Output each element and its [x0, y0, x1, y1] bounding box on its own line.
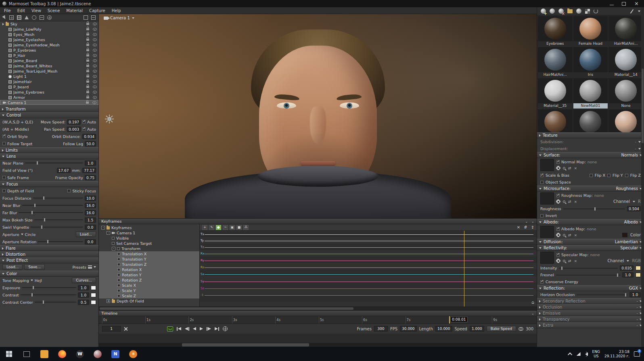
subdivision-value[interactable]: -	[635, 140, 636, 144]
viewport-3d[interactable]: Camera 1	[99, 14, 537, 218]
albedo-color-swatch[interactable]	[622, 233, 627, 237]
section-texture[interactable]: Texture	[537, 132, 644, 138]
filter-keys-icon[interactable]: ⁂	[243, 225, 249, 230]
mode-value[interactable]: -	[636, 305, 638, 309]
visibility-icon[interactable]	[93, 59, 97, 62]
material-item[interactable]: Iris	[573, 47, 608, 77]
horizon-occlusion-slider[interactable]	[577, 294, 627, 295]
visibility-icon[interactable]	[93, 28, 97, 31]
safe-frame-checkbox[interactable]	[2, 176, 6, 179]
right-panel-scrollbar[interactable]	[641, 7, 644, 347]
expand-panel-icon[interactable]: ⌄	[531, 219, 534, 223]
frame-opacity-value[interactable]: 0.75	[85, 175, 96, 180]
outliner-item[interactable]: P_Hair	[0, 53, 98, 58]
far-blur-slider[interactable]	[19, 212, 83, 213]
play-button[interactable]	[200, 326, 203, 332]
current-frame-field[interactable]: 1	[102, 326, 121, 332]
visibility-icon[interactable]	[92, 101, 96, 104]
outliner-item[interactable]: Eyes_Mesh	[0, 32, 98, 37]
timeline-scrollbar[interactable]	[99, 343, 537, 347]
expander-icon[interactable]	[2, 23, 4, 25]
post-load-button[interactable]: Load...	[2, 264, 23, 270]
lock-icon[interactable]	[86, 70, 89, 72]
skip-to-start-button[interactable]	[177, 326, 181, 332]
near-blur-value[interactable]: 16.0	[85, 203, 96, 208]
exposure-value[interactable]: 1.0	[78, 285, 89, 290]
keyframe-checkbox[interactable]	[117, 247, 120, 250]
displacement-value[interactable]: -	[635, 146, 636, 151]
language-indicator[interactable]: ENGUS	[592, 350, 600, 359]
tree-item-selected[interactable]: Scale Z	[99, 293, 199, 298]
material-item[interactable]: HairMatAni...	[608, 16, 643, 46]
keyframes-playhead[interactable]	[464, 231, 464, 307]
intensity-slider[interactable]	[559, 268, 618, 269]
folder-icon[interactable]	[84, 15, 88, 20]
menu-help[interactable]: Help	[109, 8, 124, 13]
tree-item-selected[interactable]: Rotation Y	[99, 272, 199, 278]
fov-value[interactable]: 17.67	[57, 168, 71, 173]
map-clear-icon[interactable]: ×	[574, 233, 577, 237]
outliner-item[interactable]: Jaime_Beard_Whites	[0, 63, 98, 69]
diffusion-mode-dropdown[interactable]: Lambertian	[615, 240, 638, 244]
map-settings-icon[interactable]	[556, 166, 560, 170]
microsurface-mode-dropdown[interactable]: Roughness	[616, 186, 638, 191]
exposure-slider[interactable]	[22, 287, 76, 288]
menu-file[interactable]: File	[1, 8, 14, 13]
menu-material[interactable]: Material	[63, 8, 86, 13]
collapse-icon[interactable]: -	[107, 231, 110, 235]
map-browse-icon[interactable]	[563, 200, 565, 203]
contrast-center-color-swatch[interactable]	[91, 300, 96, 305]
speed-field[interactable]: 1.000	[470, 326, 484, 332]
tree-item[interactable]: +Depth Of Field	[99, 298, 199, 304]
presets-dropdown[interactable]: Presets	[72, 265, 86, 269]
far-blur-value[interactable]: 16.0	[85, 210, 96, 215]
section-transparency[interactable]: Transparency-	[537, 316, 644, 322]
aperture-rotation-value[interactable]: 0.0	[85, 239, 96, 244]
sticky-focus-checkbox[interactable]	[67, 189, 71, 192]
skip-to-end-button[interactable]	[215, 326, 219, 332]
map-settings-icon[interactable]	[556, 259, 560, 263]
light-gizmo[interactable]	[105, 114, 114, 125]
scale-bias-checkbox[interactable]	[540, 174, 544, 177]
tray-expand-icon[interactable]	[568, 352, 572, 357]
keyframe-checkbox[interactable]	[117, 263, 120, 266]
tree-item-selected[interactable]: Translation Z	[99, 262, 199, 267]
visibility-icon[interactable]	[93, 86, 97, 88]
outliner-item[interactable]: P_Eyebrows	[0, 48, 98, 53]
outliner-item[interactable]: Jaime_Beard	[0, 58, 98, 63]
lock-icon[interactable]	[86, 75, 89, 77]
section-flare[interactable]: Flare	[0, 245, 98, 251]
outliner-item-light[interactable]: Light 1	[0, 74, 98, 79]
refresh-icon[interactable]	[594, 9, 598, 13]
keyframes-header[interactable]: Keyframes ⌄⌄	[99, 219, 537, 224]
specular-map-thumbnail[interactable]	[540, 252, 554, 264]
outliner-item[interactable]: Jaime_Eyelashes	[0, 37, 98, 42]
action-center-icon[interactable]	[634, 351, 640, 357]
invert-checkbox[interactable]	[540, 214, 544, 217]
timeline-track-strip[interactable]	[99, 334, 537, 343]
map-browse-icon[interactable]	[563, 260, 565, 262]
curves-button[interactable]: Curves...	[72, 278, 96, 283]
lock-icon[interactable]	[86, 86, 89, 88]
roughness-map-checkbox[interactable]	[556, 194, 560, 197]
viewport-camera-selector[interactable]: Camera 1	[104, 16, 134, 20]
section-secondary-reflection[interactable]: Secondary Reflection-	[537, 298, 644, 304]
material-item[interactable]: Female Head	[573, 16, 608, 46]
fresnel-value[interactable]: 1.0	[622, 272, 634, 278]
contrast-color-swatch[interactable]	[91, 293, 96, 297]
tree-item[interactable]: Visible	[99, 236, 199, 241]
add-key-icon[interactable]: +	[202, 225, 207, 230]
section-distortion[interactable]: Distortion	[0, 251, 98, 257]
home-icon[interactable]: ⌂	[531, 300, 534, 305]
map-swap-icon[interactable]: ⇄	[568, 200, 571, 204]
viewport-settings-icon[interactable]	[102, 23, 107, 28]
select-tool-icon[interactable]	[2, 15, 7, 20]
delete-material-icon[interactable]	[558, 8, 564, 14]
collapse-icon[interactable]: -	[101, 226, 105, 230]
outliner-item[interactable]: P_beard	[0, 84, 98, 90]
section-emissive[interactable]: Emissive-	[537, 310, 644, 316]
tree-item[interactable]: -Transform	[99, 246, 199, 251]
outliner-item[interactable]: Armor	[0, 95, 98, 100]
near-plane-slider[interactable]	[25, 163, 83, 163]
scrollbar-thumb[interactable]	[642, 69, 644, 143]
